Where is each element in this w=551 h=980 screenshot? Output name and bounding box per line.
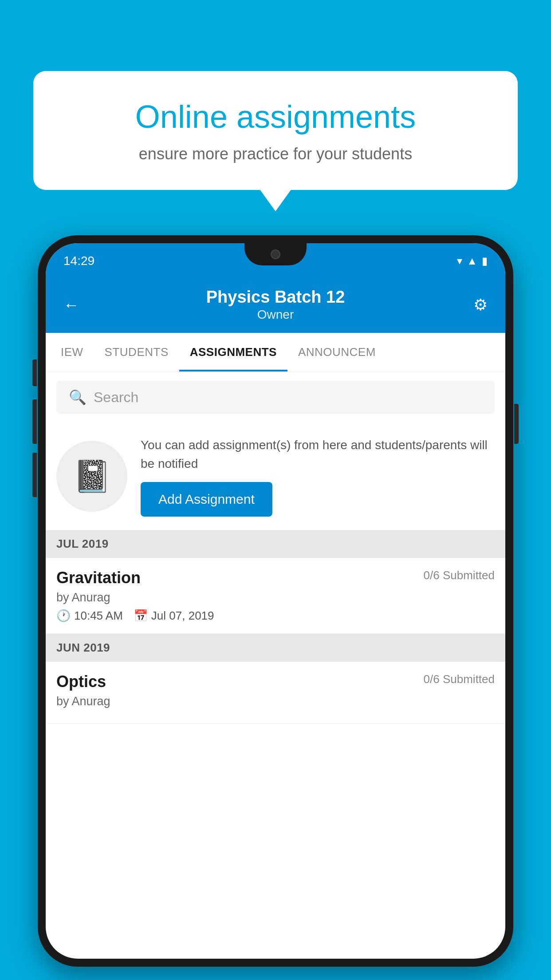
promo-icon-circle: 📓	[56, 441, 127, 512]
assignment-row-top: Gravitation 0/6 Submitted	[56, 569, 495, 587]
phone-notch	[244, 243, 307, 265]
meta-date: 📅 Jul 07, 2019	[134, 609, 214, 623]
tab-students[interactable]: STUDENTS	[94, 333, 179, 371]
assignment-author: by Anurag	[56, 591, 495, 605]
status-time: 14:29	[63, 254, 94, 268]
search-bar[interactable]: 🔍 Search	[56, 381, 495, 414]
assignment-submitted: 0/6 Submitted	[424, 569, 495, 582]
section-header-jul: JUL 2019	[46, 530, 505, 558]
assignment-title-optics: Optics	[56, 672, 106, 691]
assignment-row-top-optics: Optics 0/6 Submitted	[56, 672, 495, 691]
back-button[interactable]: ←	[63, 296, 86, 314]
assignment-meta: 🕐 10:45 AM 📅 Jul 07, 2019	[56, 609, 495, 623]
search-placeholder: Search	[94, 389, 138, 406]
app-header: ← Physics Batch 12 Owner ⚙	[46, 279, 505, 333]
header-subtitle: Owner	[86, 308, 465, 322]
phone-volume-down-button	[32, 453, 37, 497]
promo-content: You can add assignment(s) from here and …	[141, 436, 495, 517]
search-icon: 🔍	[69, 389, 87, 406]
tab-assignments[interactable]: ASSIGNMENTS	[179, 333, 287, 371]
promo-section: 📓 You can add assignment(s) from here an…	[46, 423, 505, 530]
assignment-item-optics[interactable]: Optics 0/6 Submitted by Anurag	[46, 662, 505, 724]
status-bar: 14:29 ▾ ▲ ▮	[46, 243, 505, 279]
assignment-title: Gravitation	[56, 569, 141, 587]
phone-mute-button	[32, 360, 37, 386]
tabs-bar: IEW STUDENTS ASSIGNMENTS ANNOUNCEM	[46, 333, 505, 372]
settings-button[interactable]: ⚙	[465, 296, 488, 314]
tab-iew[interactable]: IEW	[50, 333, 94, 371]
assignment-author-optics: by Anurag	[56, 695, 495, 708]
camera-dot	[271, 249, 280, 259]
status-icons: ▾ ▲ ▮	[457, 255, 488, 267]
phone-screen: 14:29 ▾ ▲ ▮ ← Physics Batch 12 Owner ⚙ I…	[46, 243, 505, 959]
phone-power-button	[514, 404, 519, 444]
header-title: Physics Batch 12	[86, 288, 465, 307]
signal-icon: ▲	[467, 255, 477, 267]
assignment-item-gravitation[interactable]: Gravitation 0/6 Submitted by Anurag 🕐 10…	[46, 558, 505, 634]
notebook-icon: 📓	[73, 458, 111, 494]
meta-time: 🕐 10:45 AM	[56, 609, 123, 623]
speech-bubble-container: Online assignments ensure more practice …	[33, 71, 518, 190]
assignment-submitted-optics: 0/6 Submitted	[424, 672, 495, 686]
phone-volume-up-button	[32, 399, 37, 444]
speech-bubble: Online assignments ensure more practice …	[33, 71, 518, 190]
add-assignment-button[interactable]: Add Assignment	[141, 482, 272, 517]
assignment-date: Jul 07, 2019	[151, 609, 214, 623]
phone-frame: 14:29 ▾ ▲ ▮ ← Physics Batch 12 Owner ⚙ I…	[38, 235, 513, 967]
assignment-time: 10:45 AM	[74, 609, 123, 623]
wifi-icon: ▾	[457, 255, 462, 267]
section-header-jun: JUN 2019	[46, 634, 505, 662]
search-container: 🔍 Search	[46, 372, 505, 423]
clock-icon: 🕐	[56, 609, 71, 623]
speech-bubble-subtitle: ensure more practice for your students	[64, 145, 487, 163]
calendar-icon: 📅	[134, 609, 148, 623]
header-title-block: Physics Batch 12 Owner	[86, 288, 465, 322]
promo-text: You can add assignment(s) from here and …	[141, 436, 495, 473]
battery-icon: ▮	[482, 255, 488, 267]
tab-announcements[interactable]: ANNOUNCEM	[287, 333, 386, 371]
speech-bubble-title: Online assignments	[64, 98, 487, 136]
